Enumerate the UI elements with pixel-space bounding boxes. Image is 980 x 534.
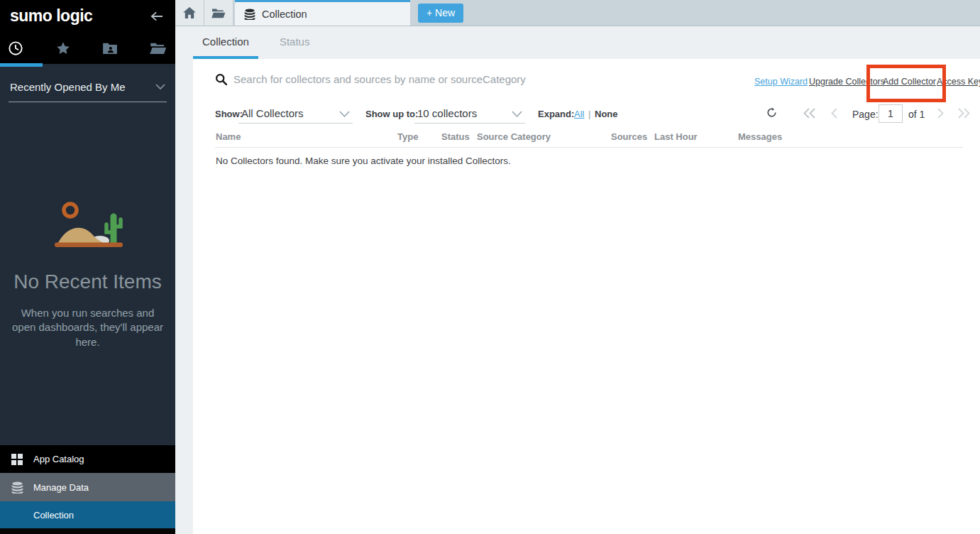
chevron-down-icon bbox=[155, 84, 165, 90]
add-collector-link[interactable]: Add Collector bbox=[883, 77, 936, 87]
no-collectors-message: No Collectors found. Make sure you activ… bbox=[216, 156, 511, 166]
tab-collection[interactable]: Collection bbox=[235, 0, 410, 26]
tab-collection-label: Collection bbox=[262, 9, 307, 20]
folder-open-icon bbox=[211, 8, 226, 18]
sidebar-item-label: Collection bbox=[33, 510, 74, 521]
recent-filter-value: Recently Opened By Me bbox=[10, 81, 126, 93]
expand-label: Expand: bbox=[538, 105, 574, 124]
top-tab-bar: Collection + New bbox=[175, 0, 980, 26]
access-keys-link[interactable]: Access Keys bbox=[937, 77, 980, 87]
page-number-input[interactable] bbox=[879, 104, 903, 123]
next-page-icon[interactable] bbox=[937, 108, 945, 119]
database-icon bbox=[9, 481, 25, 494]
search-icon bbox=[215, 73, 227, 85]
sidebar-bottom-menu: App Catalog Manage Data Collection bbox=[0, 445, 175, 534]
sidebar-empty-state: No Recent Items When you run searches an… bbox=[0, 201, 175, 349]
sumo-logic-logo: sumo logic bbox=[10, 6, 92, 26]
column-header-type[interactable]: Type bbox=[397, 131, 418, 142]
active-rail-tab-indicator bbox=[0, 63, 43, 67]
recent-clock-icon[interactable] bbox=[6, 39, 25, 58]
last-page-icon[interactable] bbox=[957, 108, 971, 119]
column-header-sources[interactable]: Sources bbox=[611, 131, 647, 142]
sidebar-item-collection-selected[interactable]: Collection bbox=[0, 501, 175, 528]
app-grid-icon bbox=[9, 454, 25, 465]
setup-wizard-link[interactable]: Setup Wizard bbox=[754, 77, 808, 87]
subtab-collection-label: Collection bbox=[202, 36, 249, 48]
expand-none-link[interactable]: None bbox=[595, 105, 618, 124]
show-filter-dropdown[interactable]: All Collectors bbox=[238, 105, 353, 124]
first-page-icon[interactable] bbox=[803, 108, 816, 119]
upgrade-collectors-link[interactable]: Upgrade Collectors bbox=[809, 77, 885, 87]
chevron-down-icon bbox=[339, 111, 350, 118]
expand-separator: | bbox=[588, 105, 590, 124]
page-of-label: of 1 bbox=[908, 105, 925, 124]
collection-panel: Setup Wizard Upgrade Collectors Add Coll… bbox=[193, 59, 980, 534]
library-tab-button[interactable] bbox=[204, 0, 233, 26]
column-header-messages[interactable]: Messages bbox=[738, 131, 782, 142]
no-recent-items-title: No Recent Items bbox=[0, 271, 175, 293]
sidebar-item-label: App Catalog bbox=[33, 454, 84, 464]
chevron-down-icon bbox=[512, 111, 522, 118]
shared-folder-icon[interactable] bbox=[101, 39, 119, 58]
show-filter-value: All Collectors bbox=[241, 105, 304, 122]
column-header-name[interactable]: Name bbox=[216, 131, 241, 142]
column-header-last-hour[interactable]: Last Hour bbox=[654, 131, 698, 142]
logo-bar: sumo logic bbox=[0, 0, 175, 32]
expand-all-link[interactable]: All bbox=[574, 105, 584, 124]
show-up-to-label: Show up to: bbox=[365, 105, 418, 124]
subtab-bar: Collection Status bbox=[175, 26, 980, 59]
database-icon bbox=[244, 9, 255, 20]
subtab-collection[interactable]: Collection bbox=[193, 26, 258, 59]
new-button[interactable]: + New bbox=[418, 4, 463, 23]
home-icon bbox=[183, 7, 196, 18]
collector-search-input[interactable] bbox=[233, 70, 673, 88]
collapse-sidebar-arrow-icon[interactable] bbox=[150, 11, 164, 22]
library-folder-icon[interactable] bbox=[149, 39, 167, 58]
no-recent-items-message: When you run searches and open dashboard… bbox=[0, 306, 175, 349]
home-tab-button[interactable] bbox=[175, 0, 204, 26]
table-header-divider bbox=[215, 147, 963, 148]
column-header-status[interactable]: Status bbox=[441, 131, 470, 142]
subtab-status[interactable]: Status bbox=[270, 26, 319, 59]
show-up-to-value: 10 collectors bbox=[417, 105, 477, 122]
left-sidebar: sumo logic Recently Opened By Me bbox=[0, 0, 175, 534]
previous-page-icon[interactable] bbox=[830, 108, 838, 119]
subtab-status-label: Status bbox=[280, 36, 310, 48]
main-area: Collection + New Collection Status Setup… bbox=[175, 0, 980, 534]
refresh-icon[interactable] bbox=[766, 107, 777, 118]
sidebar-icon-rail bbox=[0, 32, 175, 64]
column-header-source-category[interactable]: Source Category bbox=[477, 131, 551, 142]
page-label: Page: bbox=[852, 105, 879, 124]
desert-cactus-illustration bbox=[47, 201, 129, 251]
recent-items-filter-dropdown[interactable]: Recently Opened By Me bbox=[9, 77, 167, 102]
sidebar-menu-filler bbox=[0, 528, 175, 534]
show-up-to-dropdown[interactable]: 10 collectors bbox=[414, 105, 525, 124]
favorites-star-icon[interactable] bbox=[54, 39, 72, 58]
sidebar-item-manage-data[interactable]: Manage Data bbox=[0, 473, 175, 501]
sidebar-item-label: Manage Data bbox=[33, 482, 89, 493]
sidebar-item-app-catalog[interactable]: App Catalog bbox=[0, 445, 175, 473]
